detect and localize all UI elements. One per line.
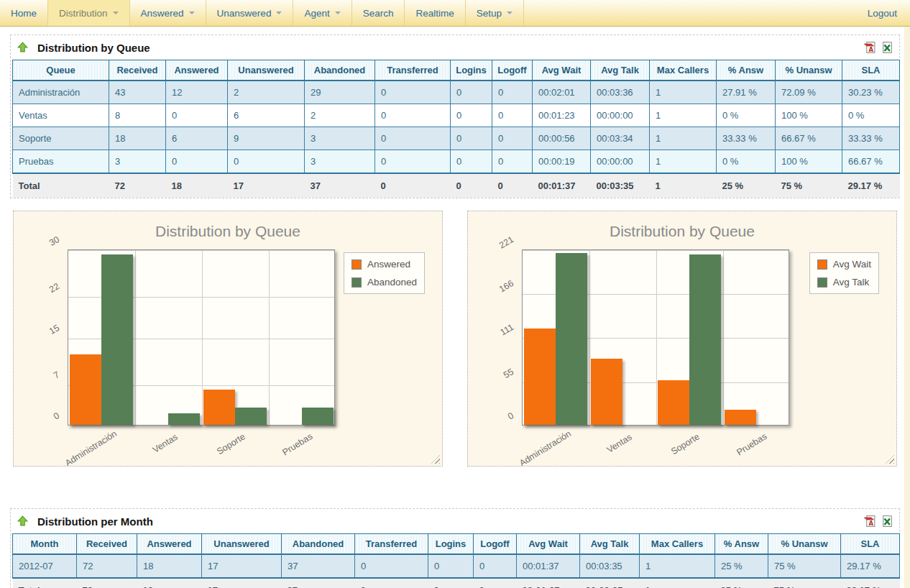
month-link[interactable]: 2012-07: [13, 554, 77, 578]
nav-item-setup[interactable]: Setup: [466, 0, 524, 26]
legend-label: Abandoned: [367, 277, 417, 288]
table-cell: 33.33 %: [717, 127, 776, 150]
table-cell: 3: [305, 127, 375, 150]
bar-avg-wait: [725, 410, 756, 425]
excel-export-icon[interactable]: [881, 41, 893, 54]
total-cell: 0: [355, 578, 428, 588]
table-cell: 00:00:00: [591, 104, 650, 127]
column-header: Transferred: [375, 60, 451, 81]
table-cell: 00:01:37: [517, 554, 580, 578]
y-tick-label: 7: [24, 369, 61, 397]
nav-item-agent[interactable]: Agent: [293, 0, 351, 26]
table-cell: 43: [109, 81, 166, 104]
pdf-export-icon[interactable]: A: [863, 41, 876, 54]
table-cell: 72.09 %: [776, 81, 842, 104]
table-cell: 33.33 %: [842, 127, 900, 150]
grid-line: [589, 250, 590, 425]
total-cell: 00:01:37: [517, 578, 580, 588]
total-cell: 0: [492, 173, 533, 198]
column-header: Logoff: [492, 60, 533, 81]
nav-item-label: Distribution: [59, 8, 108, 19]
column-header: SLA: [841, 534, 900, 555]
collapse-arrow-icon[interactable]: [17, 41, 29, 54]
table-cell: 0 %: [842, 104, 900, 127]
grid-line: [656, 250, 657, 425]
table-cell: 27.91 %: [717, 81, 776, 104]
pdf-export-icon[interactable]: A: [863, 515, 876, 528]
column-header: Received: [109, 60, 166, 81]
legend-label: Avg Talk: [833, 277, 870, 288]
table-cell: 0: [451, 127, 492, 150]
table-row: 2012-077218173700000:01:3700:03:35125 %7…: [13, 554, 900, 578]
x-tick-label: Ventas: [605, 432, 634, 455]
column-header: Abandoned: [282, 534, 355, 555]
bar-avg-talk: [556, 253, 587, 425]
chart-plot: [68, 249, 335, 426]
column-header: Avg Talk: [591, 60, 650, 81]
column-header: SLA: [842, 60, 900, 81]
nav-item-label: Answered: [141, 8, 184, 19]
chart-title: Distribution by Queue: [468, 223, 896, 240]
total-cell: 1: [650, 173, 717, 198]
nav-item-realtime[interactable]: Realtime: [405, 0, 465, 26]
total-cell: 0: [428, 578, 474, 588]
legend-swatch: [817, 259, 827, 270]
table-cell: 00:00:00: [591, 150, 650, 174]
table-cell: 00:00:19: [533, 150, 591, 174]
bar-abandoned: [302, 408, 334, 426]
total-row: Total7218173700000:01:3700:03:35125 %75 …: [13, 173, 900, 198]
chevron-down-icon: [189, 12, 195, 14]
legend-swatch: [817, 277, 827, 288]
table-row: Ventas806200000:01:2300:00:0010 %100 %0 …: [13, 104, 900, 127]
logout-link[interactable]: Logout: [855, 0, 910, 26]
resize-handle-icon[interactable]: [431, 455, 440, 464]
avgwait-avgtalk-chart: Distribution by Queue055111166221Adminis…: [467, 211, 897, 467]
table-cell: 66.67 %: [842, 150, 900, 174]
table-cell: 0: [166, 104, 228, 127]
total-cell: 29.17 %: [842, 173, 900, 198]
export-icons: A: [863, 41, 893, 54]
table-cell: 2: [228, 81, 305, 104]
table-cell: 00:03:36: [591, 81, 650, 104]
column-header: Logins: [451, 60, 492, 81]
queue-link[interactable]: Soporte: [13, 127, 109, 150]
collapse-arrow-icon[interactable]: [17, 515, 29, 528]
chevron-down-icon: [507, 12, 513, 14]
total-cell: 29.17 %: [841, 578, 900, 588]
queue-link[interactable]: Pruebas: [13, 150, 109, 174]
table-cell: 0: [451, 150, 492, 174]
grid-line: [68, 250, 334, 251]
total-cell: 37: [305, 173, 375, 198]
queue-link[interactable]: Ventas: [13, 104, 109, 127]
x-tick-label: Ventas: [151, 432, 180, 455]
column-header: Logins: [428, 534, 474, 555]
total-cell: 00:03:35: [580, 578, 640, 588]
table-cell: 0: [492, 150, 533, 174]
total-cell: 37: [282, 578, 355, 588]
resize-handle-icon[interactable]: [886, 455, 894, 464]
total-cell: 25 %: [717, 173, 776, 198]
nav-item-label: Search: [363, 8, 394, 19]
total-label: Total: [13, 578, 77, 588]
bar-answered: [203, 390, 235, 425]
queue-link[interactable]: Administración: [13, 81, 109, 104]
table-cell: 75 %: [768, 554, 841, 578]
column-header: Avg Wait: [517, 534, 580, 555]
nav-item-search[interactable]: Search: [352, 0, 405, 26]
column-header: Max Callers: [650, 60, 717, 81]
table-row: Administración431222900000:02:0100:03:36…: [13, 81, 900, 104]
total-label: Total: [13, 173, 109, 198]
queue-panel: Distribution by Queue A QueueReceivedAns…: [10, 35, 900, 198]
chart-plot: [522, 249, 789, 426]
nav-item-answered[interactable]: Answered: [130, 0, 206, 26]
table-cell: 00:03:34: [591, 127, 650, 150]
table-cell: 6: [228, 104, 305, 127]
table-cell: 100 %: [776, 104, 842, 127]
table-cell: 0: [474, 554, 517, 578]
month-panel-header: Distribution per Month A: [12, 509, 898, 533]
nav-item-home[interactable]: Home: [0, 0, 48, 26]
nav-item-unanswered[interactable]: Unanswered: [206, 0, 294, 26]
excel-export-icon[interactable]: [881, 515, 893, 528]
table-cell: 12: [166, 81, 228, 104]
nav-item-distribution[interactable]: Distribution: [48, 0, 130, 26]
